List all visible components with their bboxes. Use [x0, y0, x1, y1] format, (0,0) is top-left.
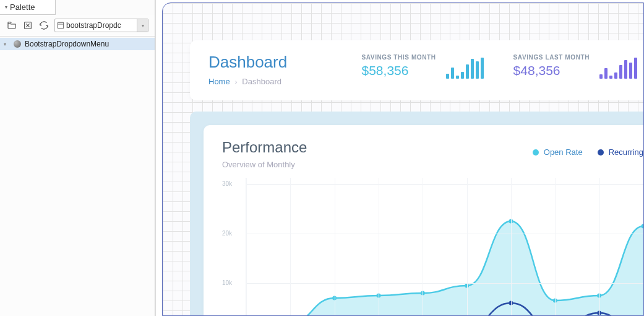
- expander-icon[interactable]: ▾: [4, 42, 10, 47]
- stat-label: SAVINGS LAST MONTH: [513, 54, 590, 61]
- sparkline-this-month: [446, 56, 484, 79]
- breadcrumb: Home › Dashboard: [208, 77, 287, 86]
- legend-label: Recurring: [609, 147, 643, 157]
- palette-toolbar: bootstrapDropdc ▾: [0, 15, 155, 37]
- header-stats: SAVINGS THIS MONTH $58,356 SAVINGS LAST …: [362, 53, 637, 78]
- legend-dot-icon: [598, 149, 604, 156]
- tree-item-label: BootstrapDropdownMenu: [25, 40, 109, 48]
- delete-x-icon[interactable]: [22, 20, 33, 31]
- chart-plot: [246, 178, 643, 315]
- page-title: Dashboard: [208, 53, 287, 72]
- sparkline-last-month: [599, 56, 637, 79]
- breadcrumb-home[interactable]: Home: [208, 77, 230, 86]
- tree-item[interactable]: ▾ BootstrapDropdownMenu: [0, 38, 155, 50]
- svg-rect-1: [58, 22, 63, 28]
- design-canvas[interactable]: Dashboard Home › Dashboard SAVINGS THIS …: [162, 2, 644, 316]
- chevron-right-icon: ›: [235, 78, 238, 86]
- stat-value: $48,356: [513, 63, 590, 78]
- palette-panel: ▾ Palette: [0, 0, 155, 316]
- component-selector-text: bootstrapDropdc: [66, 21, 137, 30]
- chart-svg: [246, 178, 643, 315]
- chart-y-axis: 30k20k10k: [222, 178, 244, 315]
- folder-open-icon[interactable]: [6, 20, 17, 31]
- design-surface: Dashboard Home › Dashboard SAVINGS THIS …: [155, 0, 644, 316]
- chevron-down-icon[interactable]: ▾: [137, 19, 148, 32]
- card-title: Performance: [222, 139, 307, 156]
- card-subtitle: Overview of Monthly: [222, 160, 307, 169]
- legend-label: Open Rate: [544, 147, 583, 157]
- component-tree: ▾ BootstrapDropdownMenu: [0, 37, 155, 316]
- content-panel: Performance Overview of Monthly Open Rat…: [190, 112, 644, 315]
- component-node-icon: [14, 40, 21, 48]
- stat-value: $58,356: [362, 63, 436, 78]
- palette-tab-label: Palette: [10, 2, 35, 12]
- component-selector[interactable]: bootstrapDropdc ▾: [54, 19, 148, 32]
- legend-dot-icon: [533, 149, 539, 156]
- legend-item-recurring[interactable]: Recurring: [598, 147, 643, 157]
- breadcrumb-current: Dashboard: [242, 77, 281, 86]
- palette-tab[interactable]: ▾ Palette: [0, 0, 56, 15]
- refresh-icon[interactable]: [38, 20, 49, 31]
- page-title-block: Dashboard Home › Dashboard: [208, 53, 287, 86]
- chart-legend: Open Rate Recurring: [533, 139, 643, 157]
- performance-chart: 30k20k10k: [222, 178, 643, 315]
- legend-item-open-rate[interactable]: Open Rate: [533, 147, 583, 157]
- stat-label: SAVINGS THIS MONTH: [362, 54, 436, 61]
- performance-card: Performance Overview of Monthly Open Rat…: [204, 125, 644, 315]
- chevron-down-icon: ▾: [5, 4, 7, 10]
- component-icon: [55, 19, 66, 32]
- stat-savings-this-month: SAVINGS THIS MONTH $58,356: [362, 54, 484, 78]
- dashboard-preview: Dashboard Home › Dashboard SAVINGS THIS …: [190, 40, 643, 315]
- stat-savings-last-month: SAVINGS LAST MONTH $48,356: [513, 54, 637, 78]
- dashboard-header: Dashboard Home › Dashboard SAVINGS THIS …: [190, 40, 644, 100]
